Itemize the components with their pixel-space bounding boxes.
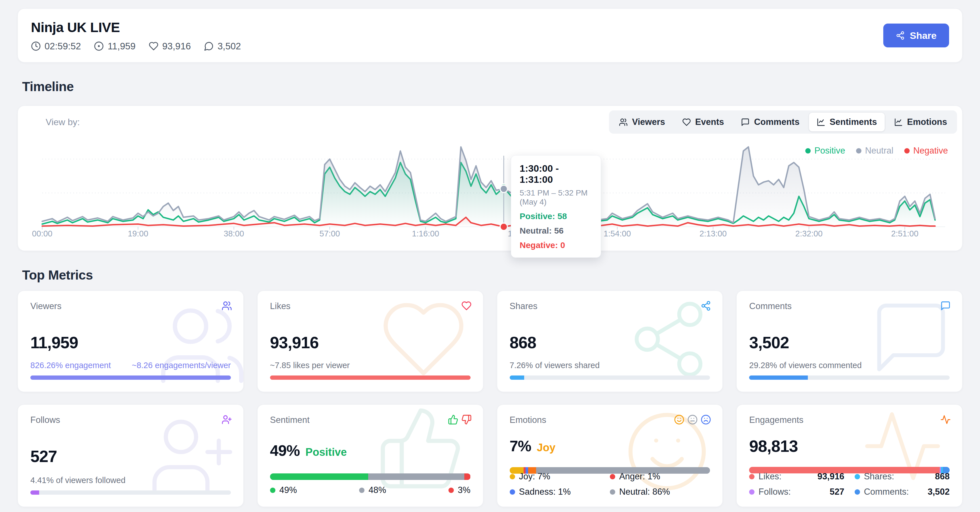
svg-text:2:13:00: 2:13:00 xyxy=(700,229,727,238)
legend-label: Negative xyxy=(913,145,948,156)
legend-positive[interactable]: Positive xyxy=(805,145,845,156)
card-label: Emotions xyxy=(510,415,546,425)
tab-emotions[interactable]: Emotions xyxy=(886,113,955,131)
share-button[interactable]: Share xyxy=(883,24,949,48)
share-rate: 7.26% of viewers shared xyxy=(510,361,600,370)
legend-dot xyxy=(610,489,615,495)
stream-comments: 3,502 xyxy=(204,41,241,52)
card-label: Sentiment xyxy=(270,415,310,425)
legend-dot xyxy=(854,474,860,479)
sentiment-percent: 49% xyxy=(270,442,300,459)
stream-title: Ninja UK LIVE xyxy=(31,19,241,35)
legend-dot xyxy=(854,489,860,495)
legend-dot xyxy=(510,474,515,479)
viewers-progress-bar xyxy=(30,375,231,380)
metric-card-sentiment: Sentiment 49% Positive 49% 48% 3% xyxy=(257,404,483,507)
heart-icon xyxy=(149,41,159,51)
comments-progress-bar xyxy=(749,375,950,380)
comment-rate: 29.28% of viewers commented xyxy=(749,361,862,370)
card-label: Shares xyxy=(510,301,538,311)
engagements-value: 98,813 xyxy=(749,437,950,456)
tooltip-clock-range: 5:31 PM – 5:32 PM (May 4) xyxy=(520,188,592,207)
stream-analytics-page: Ninja UK LIVE 02:59:52 11,959 93,916 3,5… xyxy=(0,8,980,512)
legend-label: Positive xyxy=(815,145,845,156)
comment-icon xyxy=(204,41,214,51)
chart-tooltip: 1:30:00 - 1:31:00 5:31 PM – 5:32 PM (May… xyxy=(511,155,601,258)
chart-legend: Positive Neutral Negative xyxy=(805,145,948,156)
card-label: Likes xyxy=(270,301,290,311)
follows-value: 527 xyxy=(30,447,231,466)
emotion-label: Joy xyxy=(537,442,555,454)
engagement-rate: 826.26% engagement xyxy=(30,361,111,370)
anger-share: Anger: 1% xyxy=(610,471,710,482)
sentiment-timeline-chart: Positive Neutral Negative 00:0019:0038:0… xyxy=(29,138,951,240)
tab-label: Sentiments xyxy=(830,117,877,127)
metric-card-shares: Shares 868 7.26% of viewers shared xyxy=(497,290,723,392)
follows-footer: 4.41% of viewers followed xyxy=(30,476,231,485)
timeline-heading: Timeline xyxy=(22,79,980,94)
tooltip-positive: Positive: 58 xyxy=(520,211,592,221)
card-label: Engagements xyxy=(749,415,803,425)
timeline-card: View by: Viewers Events Comments Sentime… xyxy=(18,105,963,251)
tab-events[interactable]: Events xyxy=(675,113,732,131)
svg-text:2:32:00: 2:32:00 xyxy=(795,229,822,238)
tab-viewers[interactable]: Viewers xyxy=(611,113,673,131)
view-by-label: View by: xyxy=(46,117,80,128)
comments-footer: 29.28% of viewers commented xyxy=(749,361,950,370)
likes-per-viewer: ~7.85 likes per viewer xyxy=(270,361,350,370)
tooltip-neutral: Neutral: 56 xyxy=(520,226,592,236)
svg-text:38:00: 38:00 xyxy=(224,229,244,238)
engagements-per-viewer: ~8.26 engagements/viewer xyxy=(132,361,231,370)
legend-dot xyxy=(510,489,515,495)
svg-text:57:00: 57:00 xyxy=(320,229,340,238)
comments-value: 3,502 xyxy=(749,333,950,352)
follows-progress-bar xyxy=(30,490,231,495)
legend-negative[interactable]: Negative xyxy=(904,145,948,156)
legend-dot xyxy=(359,488,364,493)
legend-dot xyxy=(749,474,754,479)
stream-views: 11,959 xyxy=(94,41,135,52)
emotions-legend: Joy: 7% Anger: 1% Sadness: 1% Neutral: 8… xyxy=(510,471,710,497)
legend-neutral[interactable]: Neutral xyxy=(856,145,894,156)
legend-dot xyxy=(749,489,754,495)
tab-label: Comments xyxy=(754,117,799,127)
metric-card-engagements: Engagements 98,813 Likes:93,916 Shares:8… xyxy=(737,404,963,507)
svg-text:19:00: 19:00 xyxy=(128,229,148,238)
positive-share: 49% xyxy=(270,485,297,495)
metric-card-emotions: Emotions 7% Joy Joy: 7% Anger: 1% Sadnes… xyxy=(497,404,723,507)
shares-progress-bar xyxy=(510,375,710,380)
likes-breakdown: Likes:93,916 xyxy=(749,471,844,482)
sentiment-label: Positive xyxy=(305,446,347,458)
timeline-toolbar: View by: Viewers Events Comments Sentime… xyxy=(23,110,957,134)
legend-dot xyxy=(856,148,861,153)
svg-text:1:54:00: 1:54:00 xyxy=(604,229,631,238)
likes-value: 93,916 xyxy=(162,41,191,52)
users-icon xyxy=(619,118,628,127)
users-icon xyxy=(221,301,232,311)
metric-card-likes: Likes 93,916 ~7.85 likes per viewer xyxy=(257,290,483,392)
svg-text:00:00: 00:00 xyxy=(32,229,52,238)
views-icon xyxy=(94,41,104,51)
tab-label: Emotions xyxy=(907,117,947,127)
metrics-grid: Viewers 11,959 826.26% engagement ~8.26 … xyxy=(18,290,963,507)
tab-comments[interactable]: Comments xyxy=(733,113,807,131)
viewers-footer: 826.26% engagement ~8.26 engagements/vie… xyxy=(30,361,231,370)
likes-progress-bar xyxy=(270,375,471,380)
legend-dot xyxy=(270,488,275,493)
stream-header-left: Ninja UK LIVE 02:59:52 11,959 93,916 3,5… xyxy=(31,19,241,52)
negative-share: 3% xyxy=(449,485,471,495)
comments-value: 3,502 xyxy=(218,41,241,52)
message-square-icon xyxy=(741,118,750,127)
neutral-emotion-share: Neutral: 86% xyxy=(610,487,710,497)
legend-dot xyxy=(904,148,910,153)
svg-text:2:51:00: 2:51:00 xyxy=(891,229,918,238)
activity-icon xyxy=(940,415,951,425)
shares-breakdown: Shares:868 xyxy=(854,471,950,482)
share-icon xyxy=(701,301,711,311)
comments-breakdown: Comments:3,502 xyxy=(854,487,950,497)
tooltip-time-range: 1:30:00 - 1:31:00 xyxy=(520,163,592,185)
tab-sentiments[interactable]: Sentiments xyxy=(809,113,885,131)
card-label: Viewers xyxy=(30,301,62,311)
viewers-value: 11,959 xyxy=(30,333,231,352)
engagements-legend: Likes:93,916 Shares:868 Follows:527 Comm… xyxy=(749,471,950,497)
